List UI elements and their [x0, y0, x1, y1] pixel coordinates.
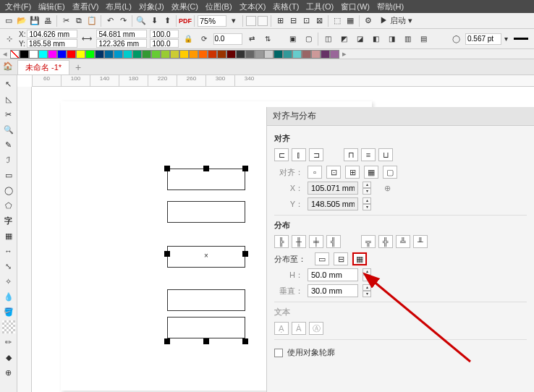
selected-object[interactable] — [167, 169, 245, 190]
color-swatch[interactable] — [255, 50, 264, 59]
transparency-tool-icon[interactable] — [2, 320, 15, 333]
selection-handle[interactable] — [242, 338, 248, 344]
align-y-input[interactable] — [308, 197, 358, 210]
align-to-page-icon[interactable]: ⊡ — [326, 166, 341, 179]
dist-spacing-v-icon[interactable]: ╩ — [396, 235, 410, 248]
scale-y-input[interactable] — [150, 39, 179, 48]
color-swatch[interactable] — [217, 50, 226, 59]
front-icon[interactable]: ▣ — [286, 33, 299, 46]
selection-handle[interactable] — [242, 166, 248, 171]
align-to-page-edge-icon[interactable]: ⊞ — [345, 166, 360, 179]
fill-tool-icon[interactable]: 🪣 — [2, 305, 15, 318]
align-to-objects-icon[interactable]: ▫ — [308, 166, 322, 179]
color-swatch[interactable] — [151, 50, 161, 59]
intersect-icon[interactable]: ◪ — [353, 33, 366, 46]
color-swatch[interactable] — [179, 50, 189, 59]
align-right-icon[interactable]: ⊐ — [309, 148, 323, 161]
open-icon[interactable]: 📂 — [16, 15, 27, 27]
align2-icon[interactable]: ⊟ — [287, 15, 299, 27]
dist-bottom-icon[interactable]: ╨ — [413, 235, 428, 248]
color-swatch[interactable] — [38, 50, 48, 59]
mirror-v-icon[interactable]: ⇅ — [261, 33, 274, 46]
print-icon[interactable]: 🖶 — [42, 15, 54, 27]
color-swatch[interactable] — [236, 50, 245, 59]
lock-icon[interactable]: 🔒 — [182, 33, 195, 46]
align-center-v-icon[interactable]: ≡ — [361, 148, 376, 161]
color-swatch[interactable] — [104, 50, 114, 59]
mirror-h-icon[interactable]: ⇄ — [245, 33, 258, 46]
search-icon[interactable]: 🔍 — [135, 15, 147, 27]
color-swatch[interactable] — [311, 50, 321, 59]
rectangle-tool-icon[interactable]: ▭ — [2, 169, 15, 182]
palette-next-icon[interactable]: ▸ — [342, 49, 347, 59]
menu-file[interactable]: 文件(F) — [1, 1, 35, 13]
step-up-icon[interactable]: ▴ — [363, 268, 371, 275]
selection-handle[interactable] — [242, 251, 248, 257]
align-to-point-icon[interactable]: ▢ — [383, 166, 397, 179]
color-swatch[interactable] — [321, 50, 330, 59]
color-swatch[interactable] — [302, 50, 311, 59]
dist-left-icon[interactable]: ╠ — [274, 235, 289, 248]
step-down-icon[interactable]: ▾ — [363, 275, 371, 281]
new-tab-button[interactable]: + — [72, 61, 84, 73]
color-swatch[interactable] — [123, 50, 132, 59]
align-bottom-icon[interactable]: ⊔ — [378, 148, 393, 161]
shape-tool-icon[interactable]: ◺ — [2, 93, 15, 106]
selection-handle[interactable] — [164, 251, 170, 257]
color-swatch[interactable] — [76, 50, 85, 59]
x-position-input[interactable] — [27, 30, 77, 38]
back-minus-icon[interactable]: ▥ — [401, 33, 414, 46]
color-swatch[interactable] — [198, 50, 208, 59]
selection-handle[interactable] — [164, 166, 170, 171]
dist-v-input[interactable] — [308, 284, 358, 297]
eyedropper-tool-icon[interactable]: 💧 — [2, 290, 15, 303]
outline-width-input[interactable] — [465, 33, 501, 45]
launch-label[interactable]: ▶ 启动 ▾ — [380, 15, 412, 26]
trim-icon[interactable]: ◩ — [337, 33, 350, 46]
menu-layout[interactable]: 布局(L) — [102, 1, 135, 13]
dist-right-icon[interactable]: ╣ — [326, 235, 341, 248]
align-to-grid-icon[interactable]: ▦ — [364, 166, 378, 179]
align-left-icon[interactable]: ⊏ — [274, 148, 289, 161]
selection-handle[interactable] — [203, 166, 209, 171]
effects-tool-icon[interactable]: ✧ — [2, 275, 15, 288]
menu-help[interactable]: 帮助(H) — [373, 1, 407, 13]
crop-tool-icon[interactable]: ✂ — [2, 108, 15, 121]
rotation-input[interactable] — [213, 33, 242, 45]
selected-object[interactable] — [167, 289, 245, 311]
dist-center-h-icon[interactable]: ╫ — [292, 235, 306, 248]
options-icon[interactable]: ⚙ — [363, 15, 374, 27]
obj-icon[interactable]: ⬚ — [331, 15, 343, 27]
menu-bitmap[interactable]: 位图(B) — [202, 1, 236, 13]
color-swatch[interactable] — [274, 50, 283, 59]
height-input[interactable] — [96, 39, 147, 48]
color-swatch[interactable] — [114, 50, 123, 59]
menu-object[interactable]: 对象(J) — [135, 1, 168, 13]
pick-tool-icon[interactable]: ↖ — [2, 77, 15, 90]
zoom-tool-icon[interactable]: 🔍 — [2, 123, 15, 136]
align-x-input[interactable] — [308, 182, 358, 195]
color-swatch[interactable] — [132, 50, 142, 59]
chevron-down-icon[interactable]: ▾ — [504, 35, 508, 43]
scale-x-input[interactable] — [150, 30, 179, 38]
step-down-icon[interactable]: ▾ — [363, 204, 371, 210]
color-swatch[interactable] — [67, 50, 76, 59]
color-swatch[interactable] — [85, 50, 95, 59]
undo-icon[interactable]: ↶ — [104, 15, 116, 27]
selection-handle[interactable] — [203, 338, 209, 344]
table-tool-icon[interactable]: ▦ — [2, 229, 15, 242]
align-center-h-icon[interactable]: ⫿ — [292, 148, 306, 161]
step-up-icon[interactable]: ▴ — [363, 182, 371, 188]
ellipse-tool-icon[interactable]: ◯ — [2, 184, 15, 197]
color-swatch[interactable] — [48, 50, 57, 59]
save-icon[interactable]: 💾 — [29, 15, 41, 27]
snap-icon[interactable] — [246, 16, 256, 26]
document-tab[interactable]: 未命名 -1* — [17, 60, 69, 74]
pdf-icon[interactable]: PDF — [179, 15, 191, 27]
color-swatch[interactable] — [208, 50, 217, 59]
align4-icon[interactable]: ⊠ — [313, 15, 325, 27]
color-swatch[interactable] — [170, 50, 179, 59]
menu-tools[interactable]: 工具(O) — [302, 1, 337, 13]
connector-tool-icon[interactable]: ⤡ — [2, 260, 15, 273]
back-icon[interactable]: ▢ — [302, 33, 315, 46]
